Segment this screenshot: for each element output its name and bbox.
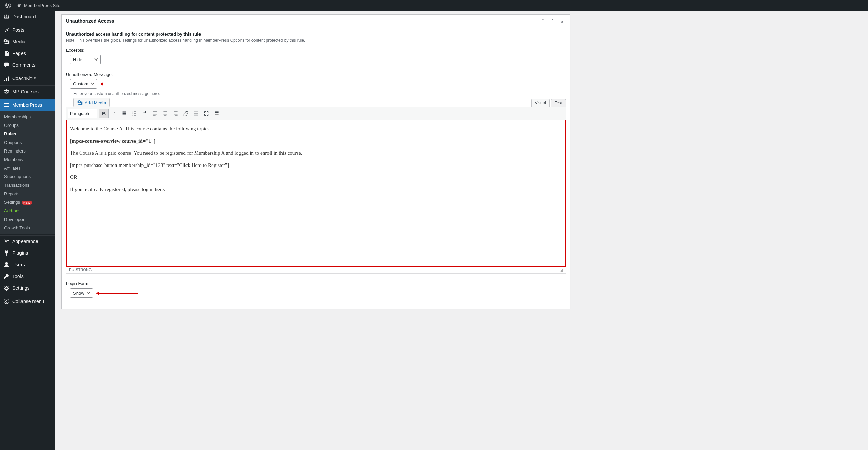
align-left-button[interactable] — [150, 109, 160, 118]
editor-helper-text: Enter your custom unauthorized message h… — [73, 91, 566, 96]
numbered-list-icon: 123 — [132, 111, 137, 116]
editor-p1: Welcome to the Course A. This course con… — [70, 124, 562, 133]
submenu-rules[interactable]: Rules — [0, 130, 55, 138]
menu-users[interactable]: Users — [0, 259, 55, 270]
admin-menu: Dashboard Posts Media Pages Comments Coa… — [0, 11, 55, 323]
menu-settings[interactable]: Settings — [0, 282, 55, 294]
align-center-icon — [163, 111, 168, 116]
chart-icon — [3, 75, 10, 81]
editor-content-area[interactable]: Welcome to the Course A. This course con… — [66, 120, 566, 267]
tab-text[interactable]: Text — [551, 99, 566, 107]
editor-path: P » STRONG — [69, 268, 92, 272]
toolbar-toggle-button[interactable] — [212, 109, 221, 118]
wp-logo[interactable] — [3, 0, 14, 11]
media-icon — [3, 39, 10, 45]
memberpress-icon — [3, 102, 10, 108]
submenu-settings[interactable]: SettingsNEW — [0, 198, 55, 207]
menu-comments[interactable]: Comments — [0, 59, 55, 71]
panel-toggle[interactable]: ▴ — [558, 17, 566, 25]
bullet-list-icon — [122, 111, 127, 116]
align-right-button[interactable] — [171, 109, 180, 118]
submenu-growth-tools[interactable]: Growth Tools — [0, 224, 55, 232]
submenu-reminders[interactable]: Reminders — [0, 147, 55, 155]
submenu-coupons[interactable]: Coupons — [0, 138, 55, 147]
menu-memberpress[interactable]: MemberPress — [0, 99, 55, 111]
svg-text:3: 3 — [133, 114, 134, 116]
editor-p3: The Course A is a paid course. You need … — [70, 149, 562, 158]
settings-icon — [3, 285, 10, 291]
fullscreen-icon — [204, 111, 209, 116]
media-add-icon — [77, 100, 83, 105]
unauth-msg-select[interactable]: Custom — [70, 79, 97, 89]
panel-move-up[interactable]: ˄ — [539, 17, 547, 25]
add-media-button[interactable]: Add Media — [73, 98, 110, 107]
editor-p6: If you're already registered, please log… — [70, 185, 562, 194]
pin-icon — [3, 27, 10, 33]
submenu-addons[interactable]: Add-ons — [0, 207, 55, 215]
align-center-button[interactable] — [161, 109, 170, 118]
menu-media[interactable]: Media — [0, 36, 55, 48]
plugins-icon — [3, 250, 10, 256]
bullet-list-button[interactable] — [120, 109, 129, 118]
users-icon — [3, 262, 10, 268]
format-select[interactable]: Paragraph — [68, 109, 97, 118]
submenu-subscriptions[interactable]: Subscriptions — [0, 172, 55, 181]
blockquote-button[interactable]: “ — [140, 109, 150, 118]
menu-tools[interactable]: Tools — [0, 270, 55, 282]
submenu-members[interactable]: Members — [0, 155, 55, 164]
menu-coachkit[interactable]: CoachKit™ — [0, 72, 55, 84]
panel-title: Unauthorized Access — [66, 15, 114, 27]
readmore-icon — [193, 111, 199, 116]
readmore-button[interactable] — [191, 109, 201, 118]
tab-visual[interactable]: Visual — [531, 99, 550, 107]
section-title: Unauthorized access handling for content… — [66, 31, 566, 37]
dashboard-icon — [3, 14, 10, 20]
menu-posts[interactable]: Posts — [0, 24, 55, 36]
submenu-affiliates[interactable]: Affiliates — [0, 164, 55, 172]
submenu-memberships[interactable]: Memberships — [0, 112, 55, 121]
new-badge: NEW — [22, 201, 32, 205]
excerpts-select[interactable]: Hide — [70, 55, 101, 64]
courses-icon — [3, 89, 10, 95]
tools-icon — [3, 273, 10, 279]
menu-collapse[interactable]: Collapse menu — [0, 295, 55, 307]
panel-header: Unauthorized Access ˄ ˅ ▴ — [62, 15, 570, 27]
svg-rect-4 — [215, 111, 218, 113]
link-button[interactable] — [181, 109, 191, 118]
submenu-transactions[interactable]: Transactions — [0, 181, 55, 189]
menu-mp-courses[interactable]: MP Courses — [0, 86, 55, 97]
submenu-groups[interactable]: Groups — [0, 121, 55, 130]
comments-icon — [3, 62, 10, 68]
fullscreen-button[interactable] — [202, 109, 211, 118]
editor-p5: OR — [70, 173, 562, 182]
arrow-annotation — [101, 84, 142, 84]
toolbar-toggle-icon — [214, 111, 219, 116]
menu-plugins[interactable]: Plugins — [0, 247, 55, 259]
editor-toolbar: Paragraph B I 123 “ — [66, 107, 566, 120]
submenu-developer[interactable]: Developer — [0, 215, 55, 224]
site-name[interactable]: MemberPress Site — [14, 0, 63, 11]
numbered-list-button[interactable]: 123 — [130, 109, 139, 118]
resize-handle[interactable]: ◢ — [560, 268, 563, 272]
submenu-reports[interactable]: Reports — [0, 189, 55, 198]
home-icon — [16, 3, 22, 8]
pages-icon — [3, 50, 10, 56]
unauthorized-access-panel: Unauthorized Access ˄ ˅ ▴ Unauthorized a… — [61, 14, 570, 309]
menu-appearance[interactable]: Appearance — [0, 236, 55, 247]
editor-p4: [mpcs-purchase-button membership_id="123… — [70, 161, 562, 170]
collapse-icon — [3, 298, 10, 304]
editor-p2: [mpcs-course-overview course_id="1"] — [70, 138, 156, 144]
login-form-select[interactable]: Show — [70, 288, 93, 298]
italic-button[interactable]: I — [109, 109, 119, 118]
svg-point-0 — [4, 299, 9, 304]
editor-statusbar: P » STRONG ◢ — [66, 267, 566, 274]
menu-dashboard[interactable]: Dashboard — [0, 11, 55, 23]
unauth-msg-label: Unauthorized Message: — [66, 72, 566, 77]
bold-button[interactable]: B — [99, 109, 109, 118]
excerpts-label: Excerpts: — [66, 48, 566, 53]
panel-move-down[interactable]: ˅ — [548, 17, 556, 25]
memberpress-submenu: Memberships Groups Rules Coupons Reminde… — [0, 111, 55, 234]
align-right-icon — [173, 111, 178, 116]
arrow-annotation-2 — [97, 293, 138, 294]
menu-pages[interactable]: Pages — [0, 48, 55, 59]
